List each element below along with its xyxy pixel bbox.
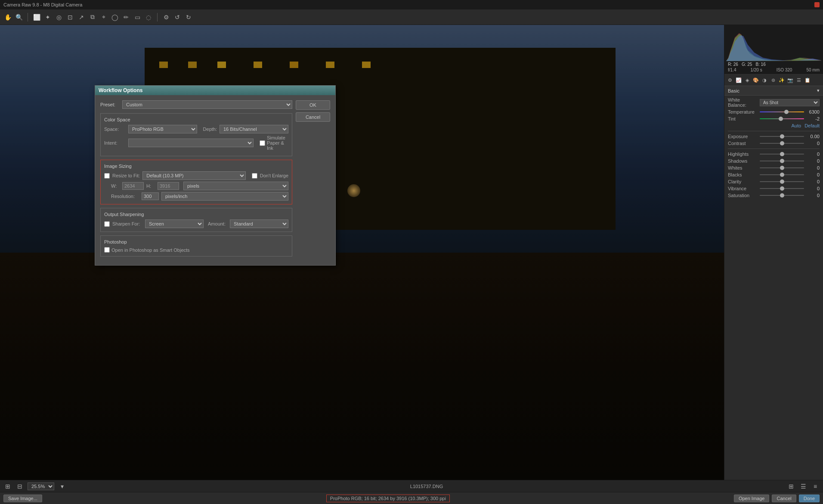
adj-thumb-1[interactable] [780, 141, 784, 145]
bb-icon-3[interactable]: ▾ [58, 482, 66, 491]
tint-thumb[interactable] [779, 117, 783, 121]
default-button[interactable]: Default [804, 123, 820, 128]
adj-thumb-4[interactable] [780, 166, 784, 170]
action-bar: Save Image... ProPhoto RGB; 16 bit; 2634… [0, 492, 823, 504]
bb-icon-6[interactable]: ≡ [811, 482, 820, 491]
panel-icon-tone-curve[interactable]: 📈 [735, 76, 743, 84]
temp-slider[interactable] [760, 111, 804, 112]
space-select[interactable]: ProPhoto RGB [128, 125, 197, 133]
zoom-select[interactable]: 25.5% [28, 482, 54, 490]
tint-slider[interactable] [760, 118, 804, 119]
hand-tool[interactable]: ✋ [3, 13, 12, 22]
adj-thumb-7[interactable] [780, 186, 784, 191]
graduated-filter-tool[interactable]: ▭ [133, 13, 142, 22]
zoom-tool[interactable]: 🔍 [15, 13, 23, 22]
adj-slider-7[interactable] [760, 188, 804, 189]
bb-icon-2[interactable]: ⊟ [15, 482, 24, 491]
adj-slider-3[interactable] [760, 161, 804, 161]
bottom-bar: ⊞ ⊟ 25.5% ▾ L1015737.DNG ⊞ ☰ ≡ [0, 480, 823, 492]
bb-icon-4[interactable]: ⊞ [787, 482, 795, 491]
adj-thumb-2[interactable] [780, 152, 784, 156]
adj-thumb-8[interactable] [780, 193, 784, 198]
dialog-cancel-button[interactable]: Cancel [296, 112, 330, 122]
panel-icon-lens[interactable]: ⊚ [769, 76, 777, 84]
smart-objects-checkbox[interactable] [104, 247, 110, 253]
panel-icon-fx[interactable]: ✨ [778, 76, 786, 84]
resolution-input[interactable] [142, 192, 159, 200]
wb-select[interactable]: As Shot [760, 99, 820, 106]
w-label: W: [111, 183, 120, 189]
bb-icon-1[interactable]: ⊞ [3, 482, 12, 491]
open-image-button[interactable]: Open Image [734, 495, 770, 502]
res-unit-select[interactable]: pixels/inch [161, 192, 288, 201]
close-btn[interactable] [814, 2, 820, 7]
color-sampler-tool[interactable]: ✦ [43, 13, 52, 22]
basic-expand-icon[interactable]: ▾ [817, 88, 820, 93]
adj-thumb-5[interactable] [780, 173, 784, 177]
h-input[interactable] [158, 182, 179, 190]
panel-icon-calibration[interactable]: 📷 [786, 76, 794, 84]
r-value: 26 [733, 62, 738, 67]
targeted-adj-tool[interactable]: ◎ [55, 13, 63, 22]
radial-filter-tool[interactable]: ◌ [144, 13, 153, 22]
adjustment-brush-tool[interactable]: ✏ [122, 13, 130, 22]
amount-select[interactable]: Standard [230, 220, 288, 228]
unit-select[interactable]: pixels [183, 182, 288, 190]
adj-row-saturation: Saturation 0 [728, 193, 820, 198]
panel-icon-hsl[interactable]: 🎨 [752, 76, 760, 84]
adj-divider [728, 131, 820, 131]
color-space-section: Color Space Space: ProPhoto RGB Depth: 1… [100, 113, 292, 156]
auto-button[interactable]: Auto [792, 123, 801, 128]
intent-select[interactable] [128, 139, 254, 147]
adj-slider-6[interactable] [760, 181, 804, 182]
adj-slider-4[interactable] [760, 167, 804, 168]
w-input[interactable] [122, 182, 144, 190]
adj-slider-8[interactable] [760, 195, 804, 196]
space-label: Space: [104, 127, 126, 132]
straighten-tool[interactable]: ↗ [77, 13, 86, 22]
panel-icon-snapshots[interactable]: 📋 [804, 76, 811, 84]
adj-slider-0[interactable] [760, 136, 804, 137]
workflow-info-button[interactable]: ProPhoto RGB; 16 bit; 2634 by 3916 (10.3… [326, 495, 450, 502]
adj-slider-1[interactable] [760, 143, 804, 144]
dont-enlarge-checkbox[interactable] [252, 173, 257, 179]
panel-icon-detail[interactable]: ◈ [743, 76, 751, 84]
transform-tool[interactable]: ⧉ [88, 13, 97, 22]
panel-icon-split-tone[interactable]: ◑ [761, 76, 768, 84]
dialog-buttons: OK Cancel [296, 100, 330, 260]
adj-label-2: Highlights [728, 152, 758, 157]
sharpen-select[interactable]: Screen [145, 220, 204, 228]
rotate-cw-tool[interactable]: ↻ [184, 13, 193, 22]
temp-thumb[interactable] [784, 110, 789, 114]
adj-slider-5[interactable] [760, 174, 804, 175]
tint-label: Tint [728, 116, 758, 121]
preferences-tool[interactable]: ⚙ [162, 13, 170, 22]
tint-value: -2 [806, 116, 820, 121]
right-panel: R: 26 G: 25 B: 16 f/1.4 1/20 s ISO 320 5… [724, 25, 823, 480]
resize-select[interactable]: Default (10.3 MP) [142, 171, 246, 180]
rotate-ccw-tool[interactable]: ↺ [173, 13, 182, 22]
clarity-divider [728, 148, 820, 149]
panel-icon-basic[interactable]: ⚙ [726, 76, 734, 84]
adj-value-4: 0 [806, 165, 820, 170]
heal-tool[interactable]: ⌖ [99, 13, 108, 22]
adj-thumb-3[interactable] [780, 159, 784, 163]
done-button[interactable]: Done [799, 495, 820, 502]
crop-tool[interactable]: ⊡ [66, 13, 74, 22]
title-bar: Camera Raw 9.8 - M8 Digital Camera [0, 0, 823, 9]
white-balance-tool[interactable]: ⬜ [32, 13, 41, 22]
resize-checkbox[interactable] [104, 173, 110, 179]
depth-select[interactable]: 16 Bits/Channel [220, 125, 288, 133]
simulate-checkbox[interactable] [260, 140, 265, 146]
dialog-ok-button[interactable]: OK [296, 100, 330, 110]
panel-icon-presets[interactable]: ☰ [795, 76, 803, 84]
adj-thumb-6[interactable] [780, 179, 784, 184]
preset-select[interactable]: Custom [122, 100, 292, 109]
sharpen-checkbox[interactable] [104, 221, 110, 227]
bb-icon-5[interactable]: ☰ [799, 482, 808, 491]
save-button[interactable]: Save Image... [3, 495, 42, 502]
adj-slider-2[interactable] [760, 154, 804, 155]
adj-thumb-0[interactable] [780, 134, 784, 139]
cancel-button[interactable]: Cancel [772, 495, 796, 502]
red-eye-tool[interactable]: ◯ [111, 13, 119, 22]
